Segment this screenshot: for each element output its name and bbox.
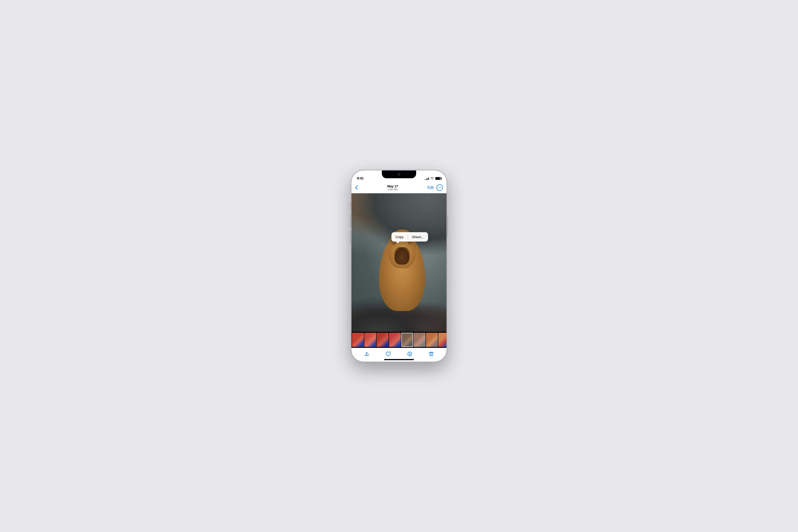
svg-point-1 [439, 187, 440, 188]
status-icons [425, 177, 441, 180]
svg-point-2 [441, 187, 441, 188]
filmstrip-thumb-6[interactable] [414, 333, 425, 347]
info-toolbar-button[interactable] [405, 349, 415, 359]
share-button[interactable]: Share... [408, 233, 428, 241]
share-toolbar-button[interactable] [362, 349, 372, 359]
nav-center: May 17 4:58 PM [387, 185, 398, 191]
back-button[interactable] [355, 185, 358, 190]
home-indicator[interactable] [384, 359, 414, 360]
nav-right: Edit [428, 185, 443, 191]
svg-point-0 [438, 187, 439, 188]
battery-icon [435, 177, 441, 180]
wifi-icon [430, 177, 434, 180]
more-button[interactable] [436, 185, 443, 191]
context-menu: Copy Share... [392, 232, 428, 242]
filmstrip[interactable] [352, 332, 446, 348]
phone-screen: 9:41 [352, 170, 446, 362]
filmstrip-thumb-3[interactable] [377, 333, 388, 347]
nav-title: May 17 [387, 185, 398, 188]
filmstrip-thumb-4[interactable] [389, 333, 401, 347]
edit-button[interactable]: Edit [428, 186, 434, 190]
dog-face [395, 247, 410, 264]
delete-toolbar-button[interactable] [426, 349, 436, 359]
status-time: 9:41 [357, 176, 364, 180]
power-button[interactable] [447, 216, 448, 236]
nav-bar: May 17 4:58 PM Edit [352, 182, 446, 193]
dog-body [379, 233, 425, 311]
filmstrip-thumb-8[interactable] [438, 333, 446, 347]
front-camera [398, 173, 400, 176]
signal-icon [425, 177, 429, 180]
filmstrip-thumb-7[interactable] [426, 333, 438, 347]
nav-subtitle: 4:58 PM [387, 188, 398, 191]
filmstrip-thumb-5-active[interactable] [401, 333, 413, 347]
filmstrip-thumb-2[interactable] [364, 333, 376, 347]
dog-subject [371, 214, 433, 311]
notch [382, 170, 416, 178]
phone-frame: 9:41 [351, 170, 447, 362]
copy-button[interactable]: Copy [392, 233, 408, 241]
filmstrip-thumb-1[interactable] [352, 333, 364, 347]
photo-view[interactable]: Copy Share... [352, 193, 446, 332]
favorite-toolbar-button[interactable] [383, 349, 393, 359]
phone-device: 9:41 [351, 170, 447, 362]
